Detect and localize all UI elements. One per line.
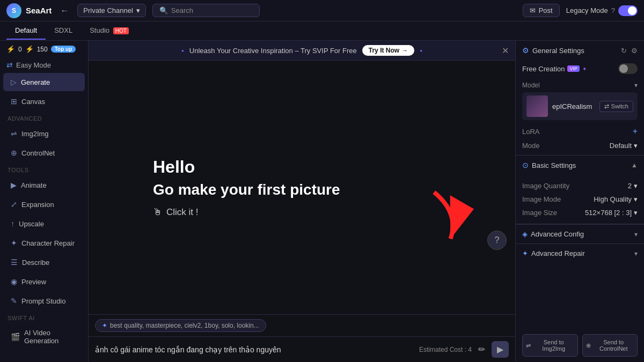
input-area: Estimated Cost : 4 ✏ ▶ xyxy=(89,336,515,362)
expansion-icon: ⤢ xyxy=(11,200,17,209)
red-arrow-indicator xyxy=(397,182,484,268)
sidebar-item-character-repair[interactable]: ✦ Character Repair xyxy=(3,234,85,252)
refresh-icon[interactable]: ↻ xyxy=(621,47,627,55)
general-settings-title: General Settings xyxy=(532,47,584,55)
tools-section-label: Tools xyxy=(0,162,88,175)
energy-value: 0 xyxy=(18,46,22,53)
sidebar-item-ai-video[interactable]: 🎬 AI Video Generation xyxy=(3,324,85,350)
sidebar-item-describe[interactable]: ☰ Describe xyxy=(3,253,85,271)
chevron-up-basic: ▲ xyxy=(631,161,638,169)
sidebar-item-controlnet[interactable]: ⊕ ControlNet xyxy=(3,144,85,162)
hot-badge: HOT xyxy=(113,27,129,34)
search-bar[interactable]: 🔍 Search xyxy=(152,4,260,17)
prompt-input[interactable] xyxy=(95,343,415,356)
ai-video-label: AI Video Generation xyxy=(24,329,77,345)
advanced-config-icon: ◈ xyxy=(522,230,528,238)
tab-studio[interactable]: Studio HOT xyxy=(81,22,137,40)
prompt-tag-item[interactable]: ✦ best quality, masterpiece, cielv2, 1bo… xyxy=(95,319,266,332)
sidebar-item-upscale[interactable]: ↑ Upscale xyxy=(3,215,85,233)
image-quantity-label: Image Quantity xyxy=(522,182,569,190)
model-card: epICRealism ⇄ Switch xyxy=(522,92,638,120)
switch-label: Switch xyxy=(611,103,628,109)
image-size-row: Image Size 512×768 [2 : 3] ▾ xyxy=(522,206,638,219)
lora-add-button[interactable]: + xyxy=(633,127,638,136)
promo-dot-right: ● xyxy=(420,48,422,53)
mode-row-label: Mode xyxy=(522,142,540,150)
click-icon: 🖱 xyxy=(153,207,162,218)
advanced-repair-section[interactable]: ✦ Advanced Repair ▾ xyxy=(516,243,644,263)
post-icon: ✉ xyxy=(530,6,536,14)
app-name: SeaArt xyxy=(26,6,52,15)
energy-row: ⚡ 0 ⚡ 150 Top up xyxy=(0,41,88,57)
model-row: Model ▾ epICRealism ⇄ Switch xyxy=(516,79,644,124)
free-creation-toggle[interactable] xyxy=(618,63,638,74)
channel-selector[interactable]: Private Channel ▾ xyxy=(77,4,146,17)
preview-icon: ◉ xyxy=(11,277,17,286)
vip-star-icon: ✦ xyxy=(582,66,587,72)
basic-settings-header[interactable]: ⊙ Basic Settings ▲ xyxy=(516,156,644,175)
advanced-repair-icon: ✦ xyxy=(522,249,528,257)
image-quantity-selector[interactable]: 2 ▾ xyxy=(628,182,638,190)
logo-icon: S xyxy=(6,3,21,18)
settings-icon[interactable]: ⚙ xyxy=(631,47,638,55)
canvas-label: Canvas xyxy=(21,98,45,106)
promo-dot-left: ● xyxy=(181,48,184,53)
model-label: Model xyxy=(522,82,540,89)
canvas-area: Hello Go make your first picture 🖱 Click… xyxy=(89,61,515,314)
chevron-down-adv-config: ▾ xyxy=(634,231,638,238)
tab-sdxl[interactable]: SDXL xyxy=(46,22,81,40)
promo-bar: ● Unleash Your Creative Inspiration – Tr… xyxy=(89,41,515,61)
image-mode-row: Image Mode High Quality ▾ xyxy=(522,193,638,206)
animate-icon: ▶ xyxy=(11,181,17,189)
img2img-icon: ⇌ xyxy=(11,129,17,138)
switch-button[interactable]: ⇄ Switch xyxy=(599,101,633,112)
animate-label: Animate xyxy=(21,181,47,189)
tabs-row: Default SDXL Studio HOT xyxy=(0,21,644,41)
top-up-button[interactable]: Top up xyxy=(51,46,76,53)
send-to-img2img-button[interactable]: ⇌ Send to Img2Img xyxy=(522,334,578,357)
sidebar-item-generate[interactable]: ▷ Generate xyxy=(3,73,85,91)
help-icon[interactable]: ? xyxy=(611,6,615,14)
sidebar-item-animate[interactable]: ▶ Animate xyxy=(3,176,85,194)
send-to-controlnet-button[interactable]: ⊕ Send to ControlNet xyxy=(582,334,638,357)
basic-settings-icon: ⊙ xyxy=(522,161,529,169)
sidebar-item-preview[interactable]: ◉ Preview xyxy=(3,272,85,291)
switch-icon: ⇄ xyxy=(604,103,609,110)
post-button[interactable]: ✉ Post xyxy=(523,4,560,17)
edit-button[interactable]: ✏ xyxy=(476,342,487,357)
lightning-icon: ⚡ xyxy=(6,45,15,53)
post-label: Post xyxy=(539,6,553,14)
upscale-label: Upscale xyxy=(19,220,44,228)
ai-video-icon: 🎬 xyxy=(11,333,20,341)
send-button[interactable]: ▶ xyxy=(492,341,509,358)
vip-badge: VIP xyxy=(567,65,580,72)
logo-area: S SeaArt xyxy=(6,3,52,18)
try-now-button[interactable]: Try It Now → xyxy=(362,45,414,56)
advanced-config-section[interactable]: ◈ Advanced Config ▾ xyxy=(516,224,644,243)
mode-icon: ⇄ xyxy=(6,61,13,69)
send-controlnet-label: Send to ControlNet xyxy=(594,339,634,352)
generate-icon: ▷ xyxy=(11,78,17,86)
sidebar-item-expansion[interactable]: ⤢ Expansion xyxy=(3,195,85,213)
promo-close-button[interactable]: ✕ xyxy=(502,46,509,56)
search-placeholder: Search xyxy=(171,6,193,14)
sidebar-item-img2img[interactable]: ⇌ Img2Img xyxy=(3,124,85,143)
sidebar-item-canvas[interactable]: ⊞ Canvas xyxy=(3,92,85,110)
legacy-mode-switch[interactable] xyxy=(618,5,638,16)
arrow-icon: → xyxy=(401,47,408,54)
model-name: epICRealism xyxy=(552,102,595,110)
general-settings-header[interactable]: ⚙ General Settings ↻ ⚙ xyxy=(516,41,644,60)
image-size-selector[interactable]: 512×768 [2 : 3] ▾ xyxy=(585,209,638,217)
image-mode-selector[interactable]: High Quality ▾ xyxy=(594,195,638,203)
help-button[interactable]: ? xyxy=(487,231,507,250)
tab-default[interactable]: Default xyxy=(6,22,46,40)
easy-mode-item[interactable]: ⇄ Easy Mode xyxy=(0,57,88,72)
send-img2img-label: Send to Img2Img xyxy=(533,339,574,352)
lora-row: LoRA + xyxy=(516,124,644,139)
prompt-studio-label: Prompt Studio xyxy=(21,297,65,305)
image-mode-value: High Quality xyxy=(594,195,632,203)
sidebar-item-prompt-studio[interactable]: ✎ Prompt Studio xyxy=(3,292,85,310)
mode-value-selector[interactable]: Default ▾ xyxy=(610,142,638,150)
back-button[interactable]: ← xyxy=(58,4,71,18)
general-settings-section: ⚙ General Settings ↻ ⚙ Free Creation VIP… xyxy=(516,41,644,156)
